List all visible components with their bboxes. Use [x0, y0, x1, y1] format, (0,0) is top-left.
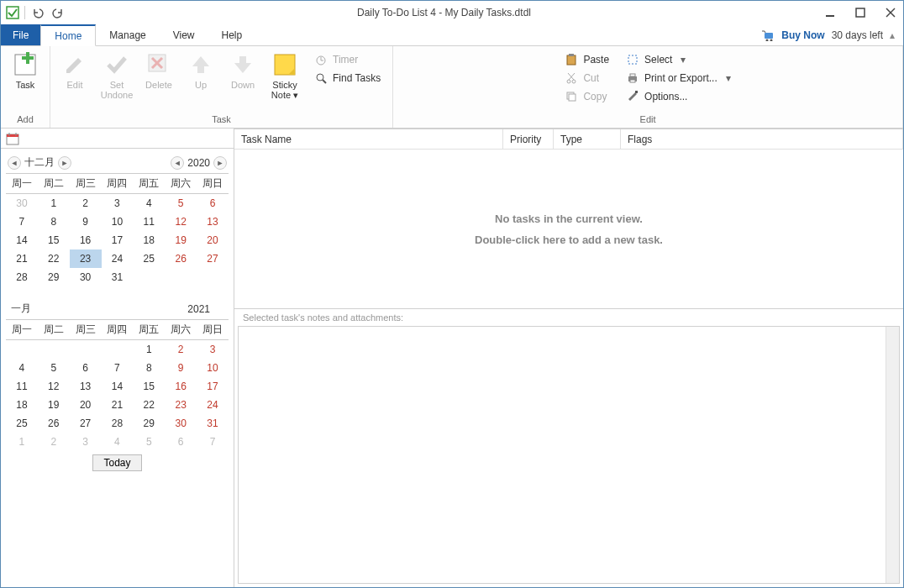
calendar-day[interactable]: 13: [197, 213, 229, 231]
tab-home[interactable]: Home: [40, 24, 96, 46]
buy-now-link[interactable]: Buy Now: [781, 29, 824, 41]
today-button[interactable]: Today: [92, 454, 141, 471]
add-task-button[interactable]: Task: [6, 50, 45, 92]
tab-view[interactable]: View: [160, 24, 208, 45]
col-task-name[interactable]: Task Name: [234, 129, 503, 149]
calendar-day[interactable]: 1: [6, 433, 38, 451]
calendar-tab-icon[interactable]: [6, 132, 19, 145]
calendar-day[interactable]: 31: [197, 414, 229, 433]
calendar-day[interactable]: 18: [6, 396, 38, 414]
calendar-day[interactable]: 2: [70, 194, 102, 213]
maximize-button[interactable]: [853, 5, 868, 20]
edit-button[interactable]: Edit: [55, 50, 94, 92]
timer-button[interactable]: Timer: [311, 51, 384, 68]
calendar-day[interactable]: 7: [102, 359, 134, 377]
calendar-day[interactable]: 6: [70, 359, 102, 377]
calendar-day[interactable]: 19: [38, 396, 70, 414]
next-year-button[interactable]: ►: [213, 156, 227, 170]
calendar-day[interactable]: 14: [102, 377, 134, 396]
calendar-day[interactable]: 8: [38, 213, 70, 231]
minimize-button[interactable]: [823, 5, 838, 20]
calendar-day[interactable]: 14: [6, 231, 38, 249]
calendar-day[interactable]: [197, 268, 229, 286]
calendar-day[interactable]: [165, 268, 197, 286]
calendar-day[interactable]: 21: [102, 396, 134, 414]
empty-task-message[interactable]: No tasks in the current view. Double-cli…: [234, 150, 903, 308]
notes-area[interactable]: [238, 326, 900, 584]
calendar-day[interactable]: 4: [102, 433, 134, 451]
calendar-day[interactable]: 30: [165, 414, 197, 433]
calendar-day[interactable]: [38, 340, 70, 360]
calendar-day[interactable]: 22: [38, 249, 70, 268]
calendar-day[interactable]: 26: [38, 414, 70, 433]
next-month-button[interactable]: ►: [58, 156, 71, 170]
calendar-day[interactable]: 4: [133, 194, 165, 213]
tab-help[interactable]: Help: [208, 24, 256, 45]
calendar-day[interactable]: 9: [70, 213, 102, 231]
calendar-grid[interactable]: 周一周二周三周四周五周六周日12345678910111213141516171…: [6, 319, 229, 451]
tab-manage[interactable]: Manage: [96, 24, 159, 45]
down-button[interactable]: Down: [223, 50, 262, 92]
options-button[interactable]: Options...: [623, 88, 734, 105]
calendar-day[interactable]: 1: [38, 194, 70, 213]
select-button[interactable]: Select▾: [623, 51, 734, 68]
calendar-day[interactable]: 4: [6, 359, 38, 377]
calendar-day[interactable]: 7: [197, 433, 229, 451]
calendar-day[interactable]: 17: [197, 377, 229, 396]
calendar-day[interactable]: 17: [102, 231, 134, 249]
calendar-day[interactable]: 19: [165, 231, 197, 249]
cut-button[interactable]: Cut: [561, 70, 612, 87]
col-priority[interactable]: Priority: [503, 129, 554, 149]
calendar-day[interactable]: 22: [133, 396, 165, 414]
calendar-day[interactable]: 7: [6, 213, 38, 231]
calendar-day[interactable]: 16: [165, 377, 197, 396]
calendar-day[interactable]: 3: [70, 433, 102, 451]
calendar-day[interactable]: 25: [133, 249, 165, 268]
sticky-note-button[interactable]: Sticky Note ▾: [265, 50, 304, 102]
calendar-day[interactable]: 11: [6, 377, 38, 396]
calendar-day[interactable]: 5: [133, 433, 165, 451]
file-menu[interactable]: File: [1, 24, 40, 45]
calendar-day[interactable]: 3: [102, 194, 134, 213]
up-button[interactable]: Up: [181, 50, 220, 92]
calendar-day[interactable]: 24: [197, 396, 229, 414]
calendar-day[interactable]: 13: [70, 377, 102, 396]
calendar-day[interactable]: 21: [6, 249, 38, 268]
calendar-day[interactable]: 12: [165, 213, 197, 231]
calendar-day[interactable]: 8: [133, 359, 165, 377]
calendar-day[interactable]: 31: [102, 268, 134, 286]
prev-year-button[interactable]: ◄: [171, 156, 184, 170]
calendar-day[interactable]: 16: [70, 231, 102, 249]
col-type[interactable]: Type: [554, 129, 621, 149]
calendar-day[interactable]: 26: [165, 249, 197, 268]
calendar-day[interactable]: 28: [6, 268, 38, 286]
calendar-day[interactable]: 5: [165, 194, 197, 213]
calendar-day[interactable]: 15: [38, 231, 70, 249]
calendar-day[interactable]: [70, 340, 102, 360]
calendar-day[interactable]: [102, 340, 134, 360]
find-tasks-button[interactable]: Find Tasks: [311, 70, 384, 87]
calendar-day[interactable]: 6: [197, 194, 229, 213]
calendar-day[interactable]: [6, 340, 38, 360]
calendar-day[interactable]: 11: [133, 213, 165, 231]
calendar-day[interactable]: [133, 268, 165, 286]
redo-button[interactable]: [50, 5, 66, 20]
calendar-day[interactable]: 20: [197, 231, 229, 249]
calendar-day[interactable]: 3: [197, 340, 229, 360]
undo-button[interactable]: [30, 5, 45, 20]
calendar-day[interactable]: 18: [133, 231, 165, 249]
calendar-day[interactable]: 2: [165, 340, 197, 360]
calendar-day[interactable]: 15: [133, 377, 165, 396]
set-undone-button[interactable]: Set Undone: [97, 50, 136, 102]
calendar-day[interactable]: 10: [102, 213, 134, 231]
paste-button[interactable]: Paste: [561, 51, 612, 68]
col-flags[interactable]: Flags: [621, 129, 903, 149]
calendar-day[interactable]: 9: [165, 359, 197, 377]
calendar-grid[interactable]: 周一周二周三周四周五周六周日30123456789101112131415161…: [6, 173, 229, 286]
calendar-day[interactable]: 2: [38, 433, 70, 451]
calendar-day[interactable]: 30: [6, 194, 38, 213]
copy-button[interactable]: Copy: [561, 88, 612, 105]
collapse-ribbon-icon[interactable]: ▴: [890, 29, 895, 41]
delete-button[interactable]: Delete: [139, 50, 178, 92]
calendar-day[interactable]: 12: [38, 377, 70, 396]
